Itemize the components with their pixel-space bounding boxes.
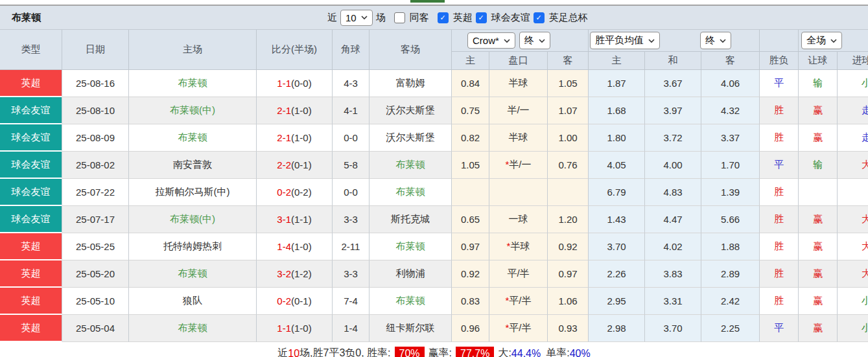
avg-home-odds: 2.95	[589, 288, 645, 315]
scope-select[interactable]: 全场	[801, 32, 842, 49]
league-badge: 球会友谊	[0, 206, 62, 233]
column-header-corner: 角球	[333, 30, 369, 70]
crow-away-odds: 1.00	[548, 124, 589, 152]
avg-draw-odds: 4.47	[645, 206, 701, 233]
summary-count: 10	[288, 348, 299, 357]
handicap-cell: *半/一	[489, 152, 548, 179]
avg-draw-odds: 3.72	[645, 124, 701, 152]
column-header-date: 日期	[62, 30, 129, 70]
score-cell: 1-1(1-0)	[257, 315, 333, 342]
league-badge: 英超	[0, 288, 62, 315]
away-team: 布莱顿	[369, 233, 452, 260]
crow-home-odds: 0.75	[452, 97, 489, 124]
avg-draw-odds: 4.02	[645, 233, 701, 260]
avg-home-odds: 4.05	[589, 152, 645, 179]
away-team: 纽卡斯尔联	[369, 315, 452, 342]
goals-result-cell: 走	[838, 97, 868, 124]
away-team: 斯托克城	[369, 206, 452, 233]
handicap-result-cell: 赢	[799, 315, 838, 342]
avg-away-odds: 1.88	[701, 233, 760, 260]
league-label-facup: 英足总杯	[549, 12, 588, 24]
league-badge: 球会友谊	[0, 97, 62, 124]
date-cell: 25-07-17	[62, 206, 129, 233]
table-row: 球会友谊 25-07-17 布莱顿(中) 3-1(1-1) 3-3 斯托克城 0…	[0, 206, 868, 233]
away-team: 布莱顿	[369, 288, 452, 315]
crow-home-odds: 0.83	[452, 288, 489, 315]
avg-odds-select[interactable]: 胜平负均值	[590, 32, 660, 49]
avg-home-odds: 1.68	[589, 97, 645, 124]
handicap-cell: *半球	[489, 233, 548, 260]
chevron-down-icon	[830, 39, 837, 43]
result-cell: 胜	[760, 233, 799, 260]
final-odds-select-2[interactable]: 终	[700, 32, 731, 49]
corner-cell: 0-0	[333, 124, 369, 152]
subheader-handicap: 盘口	[489, 52, 548, 70]
avg-away-odds: 4.06	[701, 70, 760, 97]
date-cell: 25-08-09	[62, 124, 129, 152]
date-cell: 25-05-10	[62, 288, 129, 315]
crow-home-odds	[452, 179, 489, 206]
crow-home-odds: 0.65	[452, 206, 489, 233]
league-label-friendly: 球会友谊	[491, 12, 530, 24]
table-row: 英超 25-05-04 布莱顿 1-1(1-0) 1-4 纽卡斯尔联 0.96 …	[0, 315, 868, 342]
crow-away-odds: 1.06	[548, 288, 589, 315]
same-away-checkbox[interactable]: ✓	[394, 12, 405, 23]
result-cell: 胜	[760, 124, 799, 152]
avg-away-odds: 2.42	[701, 288, 760, 315]
avg-home-odds: 6.79	[589, 179, 645, 206]
column-header-score: 比分(半场)	[257, 30, 333, 70]
result-cell: 平	[760, 152, 799, 179]
subheader-crow-away: 客	[548, 52, 589, 70]
avg-away-odds: 2.89	[701, 260, 760, 288]
result-cell: 平	[760, 315, 799, 342]
date-cell: 25-08-10	[62, 97, 129, 124]
home-team: 布莱顿(中)	[129, 97, 257, 124]
result-cell: 胜	[760, 179, 799, 206]
table-row: 球会友谊 25-07-22 拉斯帕尔马斯(中) 0-2(0-2) 0-0 布莱顿…	[0, 179, 868, 206]
single-rate-value: 40%	[570, 348, 591, 357]
goals-result-cell	[838, 179, 868, 206]
avg-home-odds: 1.87	[589, 70, 645, 97]
final-odds-select[interactable]: 终	[519, 32, 550, 49]
corner-cell: 4-3	[333, 70, 369, 97]
corner-cell: 5-8	[333, 152, 369, 179]
goals-result-cell: 大	[838, 206, 868, 233]
handicap-result-cell: 输	[799, 152, 838, 179]
crow-home-odds: 0.92	[452, 260, 489, 288]
history-table: 类型 日期 主场 比分(半场) 角球 客场 Crow* 终	[0, 30, 868, 342]
handicap-result-cell: 赢	[799, 206, 838, 233]
goals-result-cell: 大	[838, 233, 868, 260]
avg-draw-odds: 3.97	[645, 97, 701, 124]
league-checkbox-facup[interactable]: ✓	[534, 12, 545, 23]
home-team: 南安普敦	[129, 152, 257, 179]
home-team: 布莱顿	[129, 260, 257, 288]
score-cell: 2-1(1-0)	[257, 124, 333, 152]
date-cell: 25-08-16	[62, 70, 129, 97]
table-row: 球会友谊 25-08-10 布莱顿(中) 2-1(1-0) 4-1 沃尔夫斯堡 …	[0, 97, 868, 124]
avg-home-odds: 2.26	[589, 260, 645, 288]
match-count-select[interactable]: 10	[340, 10, 373, 26]
handicap-result-cell: 赢	[799, 97, 838, 124]
handicap-cell: *	[489, 179, 548, 206]
crow-away-odds	[548, 179, 589, 206]
handicap-result-cell	[799, 179, 838, 206]
crow-home-odds: 1.05	[452, 152, 489, 179]
bookmaker-select[interactable]: Crow*	[467, 32, 515, 49]
away-team: 利物浦	[369, 260, 452, 288]
score-cell: 3-1(1-1)	[257, 206, 333, 233]
crow-away-odds: 0.76	[548, 152, 589, 179]
league-checkbox-friendly[interactable]: ✓	[476, 12, 487, 23]
score-cell: 2-1(1-0)	[257, 97, 333, 124]
avg-home-odds: 1.80	[589, 124, 645, 152]
avg-draw-odds: 3.31	[645, 288, 701, 315]
table-row: 英超 25-08-16 布莱顿 1-1(0-0) 4-3 富勒姆 0.84 *半…	[0, 70, 868, 97]
league-badge: 英超	[0, 233, 62, 260]
crow-away-odds: 1.07	[548, 97, 589, 124]
chevron-down-icon	[539, 39, 545, 43]
date-cell: 25-08-02	[62, 152, 129, 179]
handicap-cell: *半球	[489, 124, 548, 152]
avg-draw-odds: 4.00	[645, 152, 701, 179]
away-team: 布莱顿	[369, 179, 452, 206]
league-checkbox-epl[interactable]: ✓	[438, 12, 449, 23]
single-rate-label: 单率:	[546, 347, 569, 357]
